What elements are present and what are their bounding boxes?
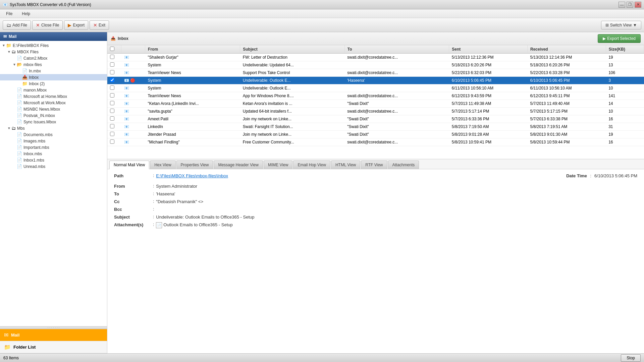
- tree-expander[interactable]: ▼: [12, 63, 17, 66]
- preview-tab-hex-view[interactable]: Hex View: [150, 161, 175, 169]
- row-checkbox-cell[interactable]: [107, 61, 121, 69]
- table-row[interactable]: 📧 "savita.gupta" Updated 64-bit installe…: [107, 108, 644, 115]
- table-row[interactable]: 📧 TeamViewer News App for Windows Phone …: [107, 92, 644, 100]
- close-button[interactable]: ✕: [635, 2, 641, 8]
- row-received: 5/13/2013 12:14:36 PM: [528, 54, 606, 61]
- restore-button[interactable]: ❐: [627, 2, 633, 8]
- row-checkbox-cell[interactable]: [107, 92, 121, 100]
- preview-tab-email-hop-view[interactable]: Email Hop View: [293, 161, 330, 169]
- table-row[interactable]: 📧 "Shailesh Gurjar" FW: Letter of Destru…: [107, 54, 644, 61]
- row-checkbox-cell[interactable]: [107, 108, 121, 115]
- folder-list-tab[interactable]: 📁 Folder List: [0, 341, 107, 353]
- tree-item-inmbx[interactable]: 📄 In.mbx: [0, 68, 107, 74]
- col-header-sent[interactable]: Sent: [449, 45, 528, 54]
- preview-tab-properties-view[interactable]: Properties View: [176, 161, 213, 169]
- row-size: 106: [606, 69, 644, 77]
- minimize-button[interactable]: —: [619, 2, 625, 8]
- row-checkbox[interactable]: [110, 139, 114, 144]
- row-checkbox[interactable]: [110, 78, 114, 82]
- row-checkbox[interactable]: [110, 132, 114, 136]
- col-header-from[interactable]: From: [145, 45, 240, 54]
- preview-tab-message-header-view[interactable]: Message Header View: [214, 161, 263, 169]
- tree-expander[interactable]: ▼: [7, 50, 11, 54]
- row-checkbox[interactable]: [110, 93, 114, 98]
- col-header-size[interactable]: Size(KB): [606, 45, 644, 54]
- tree-expander[interactable]: ▼: [1, 44, 6, 47]
- tree-item-inbox1[interactable]: 📄 Inbox1.mbs: [0, 157, 107, 163]
- path-value[interactable]: E:\Files\MBOX Files\mbox-files\Inbox: [156, 173, 228, 178]
- menu-help[interactable]: Help: [18, 10, 34, 17]
- tree-item-unread[interactable]: 📄 Unread.mbs: [0, 163, 107, 170]
- col-header-check[interactable]: [107, 45, 121, 54]
- row-checkbox-cell[interactable]: [107, 115, 121, 123]
- switch-view-button[interactable]: ⊞ Switch View ▼: [601, 21, 641, 29]
- table-row[interactable]: 📧 "Ketan Arora (LinkedIn Invi... Ketan A…: [107, 100, 644, 108]
- tree-item-caton[interactable]: 📄 Caton2.Mbox: [0, 55, 107, 61]
- select-all-checkbox[interactable]: [110, 47, 114, 51]
- row-checkbox[interactable]: [110, 101, 114, 105]
- tree-item-inbox2[interactable]: 📁 Inbox (2): [0, 80, 107, 87]
- folder-tree[interactable]: ▼ 📁 E:\Files\MBOX Files ▼ 🗂 MBOX Files 📄…: [0, 41, 107, 326]
- row-checkbox[interactable]: [110, 109, 114, 113]
- attachment-name[interactable]: Outlook Emails to Office365 - Setup: [163, 222, 232, 227]
- mail-tab[interactable]: ✉ Mail: [0, 329, 107, 341]
- table-row[interactable]: 📧 System Undeliverable: Updated 64... 5/…: [107, 61, 644, 69]
- row-checkbox[interactable]: [110, 124, 114, 128]
- tree-item-mswork[interactable]: 📄 Microsoft at Work.Mbox: [0, 100, 107, 106]
- col-header-received[interactable]: Received: [528, 45, 606, 54]
- row-checkbox-cell[interactable]: [107, 138, 121, 146]
- close-file-button[interactable]: ✕ Close File: [32, 20, 63, 30]
- row-checkbox[interactable]: [110, 70, 114, 74]
- preview-tab-normal-mail-view[interactable]: Normal Mail View: [109, 161, 149, 169]
- table-row[interactable]: 📧 TeamViewer News Support Pros Take Cont…: [107, 69, 644, 77]
- tree-item-mbox-files-folder[interactable]: ▼ 📂 mbox-files: [0, 61, 107, 68]
- preview-tab-rtf-view[interactable]: RTF View: [361, 161, 387, 169]
- col-header-subject[interactable]: Subject: [240, 45, 345, 54]
- tree-item-root[interactable]: ▼ 📁 E:\Files\MBOX Files: [0, 42, 107, 49]
- row-checkbox[interactable]: [110, 55, 114, 59]
- col-header-to[interactable]: To: [344, 45, 449, 54]
- tree-item-sync[interactable]: 📄 Sync Issues.Mbox: [0, 119, 107, 125]
- preview-tab-mime-view[interactable]: MIME View: [264, 161, 292, 169]
- tree-item-inboxmbs[interactable]: 📄 Inbox.mbs: [0, 150, 107, 157]
- tree-item-postvak[interactable]: 📄 Postvak_IN.mbox: [0, 112, 107, 119]
- row-to: [344, 84, 449, 92]
- table-row[interactable]: 📧 System Undeliverable: Outlook E... 6/1…: [107, 84, 644, 92]
- email-list[interactable]: From Subject To Sent Received Size(KB) 📧: [107, 45, 644, 159]
- preview-tab-html-view[interactable]: HTML View: [331, 161, 360, 169]
- tree-item-images[interactable]: 📄 Images.mbs: [0, 138, 107, 144]
- preview-tab-attachments[interactable]: Attachments: [388, 161, 419, 169]
- menu-file[interactable]: File: [3, 10, 16, 17]
- tree-item-important[interactable]: 📄 Important.mbs: [0, 144, 107, 150]
- export-button[interactable]: ▶ Export: [64, 20, 88, 30]
- table-row[interactable]: 📧 LinkedIn Swati: Farsight IT Solution..…: [107, 123, 644, 131]
- exit-button[interactable]: ✕ Exit: [90, 20, 109, 30]
- tree-item-manon[interactable]: 📄 manon.Mbox: [0, 87, 107, 93]
- tree-item-docs[interactable]: 📄 Documents.mbs: [0, 131, 107, 138]
- tree-item-mshome[interactable]: 📄 Microsoft at Home.Mbox: [0, 93, 107, 100]
- row-checkbox-cell[interactable]: [107, 84, 121, 92]
- stop-button[interactable]: Stop: [621, 354, 641, 362]
- row-checkbox-cell[interactable]: [107, 69, 121, 77]
- row-sent: 5/7/2013 5:17:14 PM: [449, 108, 528, 115]
- tree-expander[interactable]: ▼: [7, 126, 11, 130]
- row-checkbox-cell[interactable]: [107, 100, 121, 108]
- row-checkbox-cell[interactable]: [107, 123, 121, 131]
- row-checkbox[interactable]: [110, 62, 114, 67]
- tree-item-inbox[interactable]: 📥 Inbox: [0, 74, 107, 80]
- table-row[interactable]: 📧 Jitender Prasad Join my network on Lin…: [107, 131, 644, 138]
- row-checkbox-cell[interactable]: [107, 131, 121, 138]
- tree-item-msnbc[interactable]: 📄 MSNBC News.Mbox: [0, 106, 107, 112]
- table-row[interactable]: 📧 Ameet Patil Join my network on Linke..…: [107, 115, 644, 123]
- row-checkbox-cell[interactable]: [107, 77, 121, 84]
- row-checkbox[interactable]: [110, 116, 114, 121]
- export-selected-button[interactable]: ▶ Export Selected: [598, 34, 641, 43]
- row-checkbox-cell[interactable]: [107, 54, 121, 61]
- add-file-button[interactable]: 🗂 Add File: [3, 20, 31, 30]
- tree-item-mbs[interactable]: ▼ 🗂 Mbs: [0, 125, 107, 131]
- table-row[interactable]: 📧 🔴 System Undeliverable: Outlook E... '…: [107, 77, 644, 84]
- tree-item-mboxfiles[interactable]: ▼ 🗂 MBOX Files: [0, 49, 107, 55]
- drag-handle[interactable]: · · · · · · ·: [0, 326, 107, 329]
- row-checkbox[interactable]: [110, 85, 114, 90]
- table-row[interactable]: 📧 "Michael Findling" Free Customer Commu…: [107, 138, 644, 146]
